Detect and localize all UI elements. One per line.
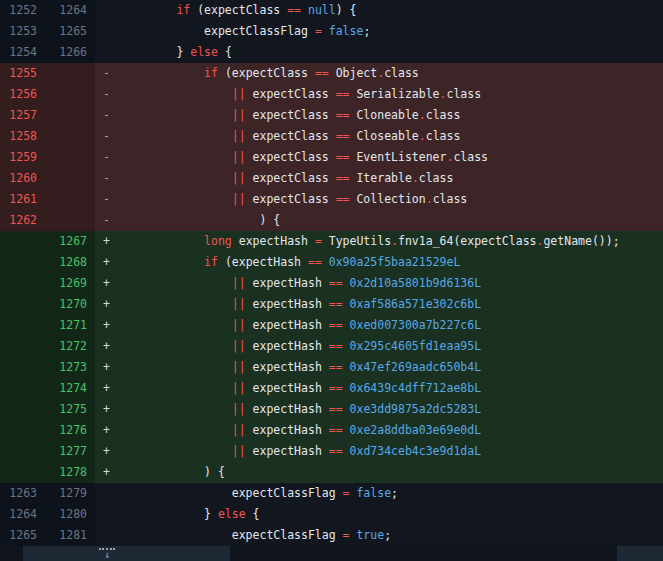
code-line[interactable]: - || expectClass == Serializable.class xyxy=(95,84,663,105)
code-token: Cloneable xyxy=(350,108,419,122)
code-line[interactable]: + ) { xyxy=(95,462,663,483)
new-line-number[interactable]: 1279 xyxy=(46,483,95,504)
new-line-number[interactable]: 1280 xyxy=(46,504,95,525)
old-line-number[interactable]: 1255 xyxy=(0,63,46,84)
code-token xyxy=(121,234,204,248)
diff-marker: + xyxy=(95,252,121,273)
old-line-number[interactable]: 1254 xyxy=(0,42,46,63)
new-line-number[interactable]: 1274 xyxy=(46,378,95,399)
code-line[interactable]: - || expectClass == Collection.class xyxy=(95,189,663,210)
code-line[interactable]: - || expectClass == Closeable.class xyxy=(95,126,663,147)
code-line[interactable]: if (expectClass == null) { xyxy=(95,0,663,21)
code-line[interactable]: + || expectHash == 0x2d10a5801b9d6136L xyxy=(95,273,663,294)
old-line-number[interactable] xyxy=(0,378,46,399)
code-token: Iterable xyxy=(350,171,412,185)
old-line-number[interactable]: 1263 xyxy=(0,483,46,504)
code-line[interactable]: + || expectHash == 0xe3dd9875a2dc5283L xyxy=(95,399,663,420)
old-line-number[interactable]: 1252 xyxy=(0,0,46,21)
code-line[interactable]: + || expectHash == 0x6439c4dff712ae8bL xyxy=(95,378,663,399)
old-line-number[interactable] xyxy=(0,315,46,336)
new-line-number[interactable]: 1277 xyxy=(46,441,95,462)
old-line-number[interactable] xyxy=(0,294,46,315)
new-line-number[interactable]: 1278 xyxy=(46,462,95,483)
old-line-number[interactable]: 1262 xyxy=(0,210,46,231)
code-line[interactable]: + || expectHash == 0xed007300a7b227c6L xyxy=(95,315,663,336)
code-token: = xyxy=(343,528,350,542)
code-line[interactable]: } else { xyxy=(95,504,663,525)
new-line-number[interactable]: 1269 xyxy=(46,273,95,294)
new-line-number[interactable]: 1273 xyxy=(46,357,95,378)
code-token: == xyxy=(329,423,343,437)
new-line-number[interactable]: 1271 xyxy=(46,315,95,336)
code-line[interactable]: expectClassFlag = false; xyxy=(95,483,663,504)
expand-down-icon[interactable]: ↓ xyxy=(98,547,116,560)
code-text: || expectHash == 0xd734ceb4c3e9d1daL xyxy=(121,441,481,462)
new-line-number[interactable] xyxy=(46,63,95,84)
diff-row: 1269+ || expectHash == 0x2d10a5801b9d613… xyxy=(0,273,663,294)
code-line[interactable]: + || expectHash == 0xaf586a571e302c6bL xyxy=(95,294,663,315)
old-line-number[interactable]: 1265 xyxy=(0,525,46,546)
code-line[interactable]: + || expectHash == 0xe2a8ddba03e69e0dL xyxy=(95,420,663,441)
code-line[interactable]: - if (expectClass == Object.class xyxy=(95,63,663,84)
diff-row: 1274+ || expectHash == 0x6439c4dff712ae8… xyxy=(0,378,663,399)
old-line-number[interactable] xyxy=(0,399,46,420)
code-line[interactable]: + if (expectHash == 0x90a25f5baa21529eL xyxy=(95,252,663,273)
code-token xyxy=(121,339,232,353)
new-line-number[interactable]: 1267 xyxy=(46,231,95,252)
old-line-number[interactable]: 1260 xyxy=(0,168,46,189)
new-line-number[interactable]: 1276 xyxy=(46,420,95,441)
code-token: == xyxy=(308,255,322,269)
new-line-number[interactable]: 1268 xyxy=(46,252,95,273)
code-token xyxy=(121,87,232,101)
old-line-number[interactable]: 1256 xyxy=(0,84,46,105)
old-line-number[interactable] xyxy=(0,231,46,252)
new-line-number[interactable] xyxy=(46,84,95,105)
code-line[interactable]: + || expectHash == 0xd734ceb4c3e9d1daL xyxy=(95,441,663,462)
code-line[interactable]: - ) { xyxy=(95,210,663,231)
new-line-number[interactable]: 1265 xyxy=(46,21,95,42)
new-line-number[interactable]: 1270 xyxy=(46,294,95,315)
code-line[interactable]: - || expectClass == EventListener.class xyxy=(95,147,663,168)
old-line-number[interactable] xyxy=(0,441,46,462)
code-token: Serializable xyxy=(350,87,440,101)
old-line-number[interactable] xyxy=(0,462,46,483)
old-line-number[interactable]: 1264 xyxy=(0,504,46,525)
old-line-number[interactable] xyxy=(0,357,46,378)
code-text: || expectHash == 0xed007300a7b227c6L xyxy=(121,315,481,336)
code-text: expectClassFlag = false; xyxy=(121,21,370,42)
old-line-number[interactable] xyxy=(0,252,46,273)
code-token: (expectClass xyxy=(218,66,315,80)
new-line-number[interactable] xyxy=(46,189,95,210)
old-line-number[interactable]: 1257 xyxy=(0,105,46,126)
new-line-number[interactable] xyxy=(46,168,95,189)
code-line[interactable]: - || expectClass == Cloneable.class xyxy=(95,105,663,126)
old-line-number[interactable]: 1261 xyxy=(0,189,46,210)
new-line-number[interactable]: 1264 xyxy=(46,0,95,21)
new-line-number[interactable] xyxy=(46,147,95,168)
code-line[interactable]: - || expectClass == Iterable.class xyxy=(95,168,663,189)
new-line-number[interactable] xyxy=(46,105,95,126)
code-line[interactable]: + long expectHash = TypeUtils.fnv1a_64(e… xyxy=(95,231,663,252)
old-line-number[interactable] xyxy=(0,273,46,294)
new-line-number[interactable]: 1266 xyxy=(46,42,95,63)
code-token: == xyxy=(287,3,301,17)
code-line[interactable]: + || expectHash == 0x47ef269aadc650b4L xyxy=(95,357,663,378)
new-line-number[interactable]: 1272 xyxy=(46,336,95,357)
code-line[interactable]: } else { xyxy=(95,42,663,63)
new-line-number[interactable] xyxy=(46,210,95,231)
diff-marker: + xyxy=(95,399,121,420)
new-line-number[interactable]: 1275 xyxy=(46,399,95,420)
old-line-number[interactable]: 1258 xyxy=(0,126,46,147)
code-token: || xyxy=(232,192,246,206)
old-line-number[interactable] xyxy=(0,420,46,441)
code-line[interactable]: expectClassFlag = true; xyxy=(95,525,663,546)
old-line-number[interactable] xyxy=(0,336,46,357)
code-line[interactable]: expectClassFlag = false; xyxy=(95,21,663,42)
new-line-number[interactable] xyxy=(46,126,95,147)
code-token: expectHash xyxy=(246,444,329,458)
old-line-number[interactable]: 1259 xyxy=(0,147,46,168)
new-line-number[interactable]: 1281 xyxy=(46,525,95,546)
code-line[interactable]: + || expectHash == 0x295c4605fd1eaa95L xyxy=(95,336,663,357)
old-line-number[interactable]: 1253 xyxy=(0,21,46,42)
diff-marker: + xyxy=(95,231,121,252)
